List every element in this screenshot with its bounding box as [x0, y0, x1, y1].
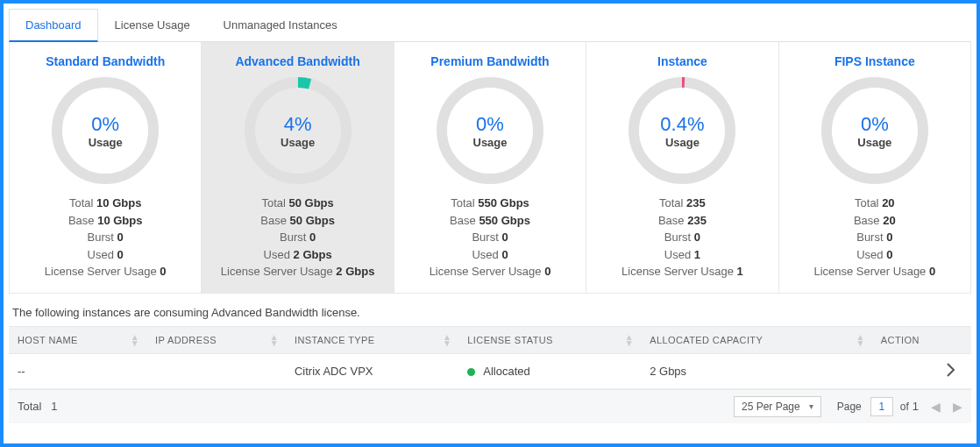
- tab-license-usage[interactable]: License Usage: [98, 9, 207, 41]
- usage-label: Usage: [89, 136, 123, 149]
- card-title[interactable]: Instance: [593, 54, 771, 68]
- sort-icon[interactable]: ▲▼: [443, 334, 451, 346]
- col-ip-address[interactable]: IP ADDRESS▲▼: [146, 326, 286, 353]
- cell-status: Allocated: [458, 353, 641, 388]
- usage-card-standard-bandwidth[interactable]: Standard Bandwidth 0% Usage Total 10 Gbp…: [10, 42, 202, 293]
- total-pages-value: 1: [913, 400, 919, 413]
- donut-chart: 0% Usage: [17, 74, 194, 188]
- card-stats: Total 235 Base 235 Burst 0 Used 1 Licens…: [593, 195, 771, 280]
- sort-icon[interactable]: ▲▼: [856, 334, 865, 346]
- page-input[interactable]: [870, 397, 893, 416]
- donut-chart: 0% Usage: [786, 74, 963, 188]
- col-host-name[interactable]: HOST NAME▲▼: [9, 326, 146, 353]
- per-page-select[interactable]: 25 Per Page ▾: [734, 396, 821, 417]
- tab-bar: DashboardLicense UsageUnmanaged Instance…: [9, 9, 971, 42]
- instances-table: HOST NAME▲▼IP ADDRESS▲▼INSTANCE TYPE▲▼LI…: [9, 326, 971, 389]
- col-allocated-capacity[interactable]: ALLOCATED CAPACITY▲▼: [641, 326, 872, 353]
- col-action[interactable]: ACTION: [872, 326, 971, 353]
- usage-label: Usage: [281, 136, 315, 149]
- usage-label: Usage: [665, 136, 699, 149]
- usage-percent: 0%: [861, 113, 889, 136]
- cell-action: [872, 353, 971, 388]
- of-label: of: [900, 401, 909, 413]
- usage-label: Usage: [473, 136, 508, 149]
- row-action-button[interactable]: [947, 359, 955, 381]
- sort-icon[interactable]: ▲▼: [625, 334, 634, 346]
- usage-percent: 4%: [284, 113, 312, 136]
- donut-chart: 4% Usage: [209, 74, 386, 188]
- total-label: Total: [18, 400, 41, 413]
- cell-host: --: [9, 353, 146, 388]
- donut-chart: 0% Usage: [401, 74, 579, 188]
- card-stats: Total 10 Gbps Base 10 Gbps Burst 0 Used …: [17, 195, 194, 280]
- usage-card-fips-instance[interactable]: FIPS Instance 0% Usage Total 20 Base 20 …: [779, 42, 970, 293]
- usage-card-advanced-bandwidth[interactable]: Advanced Bandwidth 4% Usage Total 50 Gbp…: [202, 42, 394, 293]
- card-title[interactable]: Premium Bandwidth: [401, 54, 579, 68]
- usage-percent: 0%: [476, 113, 504, 136]
- instances-description: The following instances are consuming Ad…: [12, 306, 971, 319]
- cell-capacity: 2 Gbps: [641, 353, 872, 388]
- donut-chart: 0.4% Usage: [593, 74, 771, 188]
- sort-icon[interactable]: ▲▼: [131, 334, 139, 346]
- card-title[interactable]: FIPS Instance: [786, 54, 963, 68]
- card-title[interactable]: Standard Bandwidth: [17, 54, 194, 68]
- prev-page-button[interactable]: ◀: [931, 400, 941, 414]
- usage-cards-row: Standard Bandwidth 0% Usage Total 10 Gbp…: [9, 42, 971, 294]
- cell-type: Citrix ADC VPX: [286, 353, 458, 388]
- card-title[interactable]: Advanced Bandwidth: [209, 54, 386, 68]
- page-label: Page: [837, 401, 862, 413]
- usage-percent: 0.4%: [660, 113, 704, 136]
- status-dot-icon: [467, 368, 475, 376]
- card-stats: Total 20 Base 20 Burst 0 Used 0 License …: [786, 195, 963, 280]
- sort-icon[interactable]: ▲▼: [270, 334, 279, 346]
- card-stats: Total 550 Gbps Base 550 Gbps Burst 0 Use…: [401, 195, 579, 280]
- usage-label: Usage: [857, 136, 891, 149]
- total-value: 1: [51, 400, 57, 413]
- col-license-status[interactable]: LICENSE STATUS▲▼: [458, 326, 641, 353]
- tab-dashboard[interactable]: Dashboard: [9, 9, 98, 42]
- per-page-label: 25 Per Page: [742, 401, 800, 413]
- usage-card-premium-bandwidth[interactable]: Premium Bandwidth 0% Usage Total 550 Gbp…: [394, 42, 586, 293]
- chevron-right-icon: [947, 363, 955, 377]
- col-instance-type[interactable]: INSTANCE TYPE▲▼: [286, 326, 458, 353]
- usage-card-instance[interactable]: Instance 0.4% Usage Total 235 Base 235 B…: [586, 42, 778, 293]
- chevron-down-icon: ▾: [809, 401, 813, 411]
- table-footer: Total 1 25 Per Page ▾ Page of 1 ◀ ▶: [9, 389, 971, 423]
- card-stats: Total 50 Gbps Base 50 Gbps Burst 0 Used …: [209, 195, 386, 280]
- table-row: -- Citrix ADC VPX Allocated 2 Gbps: [9, 353, 971, 388]
- cell-ip: [146, 353, 286, 388]
- usage-percent: 0%: [91, 113, 119, 136]
- next-page-button[interactable]: ▶: [953, 400, 962, 414]
- tab-unmanaged-instances[interactable]: Unmanaged Instances: [207, 9, 354, 41]
